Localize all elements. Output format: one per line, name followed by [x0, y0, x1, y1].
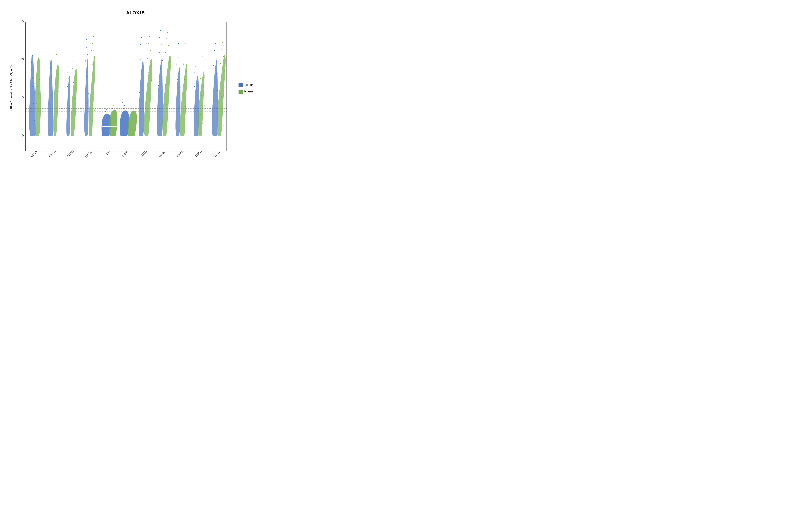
svg-point-193: [195, 72, 195, 73]
svg-point-90: [85, 84, 86, 85]
svg-point-64: [55, 118, 55, 119]
svg-point-207: [200, 114, 201, 115]
svg-point-47: [50, 54, 51, 55]
svg-point-154: [160, 68, 160, 69]
svg-point-38: [37, 72, 37, 73]
svg-point-183: [184, 50, 185, 51]
svg-point-70: [69, 95, 70, 96]
svg-point-231: [223, 125, 224, 126]
svg-point-165: [166, 67, 167, 68]
svg-point-224: [220, 63, 221, 64]
svg-point-139: [150, 50, 151, 51]
svg-point-84: [86, 39, 87, 40]
svg-point-137: [149, 36, 150, 37]
svg-point-39: [39, 79, 40, 80]
svg-point-204: [203, 86, 204, 87]
svg-point-45: [38, 124, 39, 124]
chart-area: 0 5 10 15 BLCA BRCA COAD: [15, 17, 234, 159]
svg-point-167: [165, 84, 166, 85]
svg-point-203: [200, 78, 201, 79]
legend-item-tumor: Tumor: [239, 83, 262, 87]
svg-point-58: [54, 67, 55, 67]
svg-point-63: [57, 108, 57, 109]
svg-point-127: [140, 44, 141, 45]
svg-point-34: [34, 82, 35, 83]
svg-point-175: [176, 64, 177, 65]
svg-point-23: [32, 55, 33, 56]
chart-container: ALOX15 mRNA Expression (RNASeq V2, log2): [8, 7, 262, 162]
normal-color-box: [239, 90, 243, 94]
svg-point-71: [67, 105, 67, 106]
chart-body: mRNA Expression (RNASeq V2, log2): [8, 17, 262, 159]
svg-point-145: [150, 98, 150, 99]
svg-point-72: [70, 113, 70, 114]
svg-point-27: [33, 86, 34, 87]
svg-point-227: [224, 87, 225, 88]
legend-tumor-label: Tumor: [244, 83, 253, 87]
svg-point-59: [57, 74, 58, 75]
svg-point-68: [68, 78, 69, 79]
svg-point-164: [169, 60, 170, 61]
svg-point-114: [113, 105, 114, 106]
svg-point-49: [50, 67, 51, 68]
svg-point-202: [203, 71, 204, 72]
svg-point-95: [93, 36, 94, 37]
svg-point-188: [187, 88, 188, 88]
svg-point-60: [55, 82, 56, 83]
svg-point-97: [91, 50, 92, 51]
svg-point-178: [180, 88, 181, 88]
legend-normal-label: Normal: [244, 90, 254, 93]
svg-point-133: [139, 92, 140, 93]
svg-point-123: [132, 108, 133, 109]
svg-point-215: [214, 81, 215, 82]
svg-point-182: [185, 43, 186, 44]
svg-point-184: [186, 57, 187, 58]
svg-point-143: [151, 80, 152, 81]
svg-point-99: [92, 64, 93, 65]
svg-point-213: [213, 65, 214, 66]
svg-point-217: [213, 100, 214, 101]
svg-point-173: [177, 50, 177, 51]
svg-point-157: [161, 95, 162, 95]
svg-point-206: [204, 105, 205, 106]
svg-point-229: [224, 106, 224, 107]
svg-point-156: [158, 85, 159, 86]
svg-point-190: [185, 106, 186, 107]
svg-point-168: [168, 94, 169, 95]
svg-point-192: [195, 66, 196, 67]
svg-point-24: [31, 62, 32, 63]
main-svg: 0 5 10 15 BLCA BRCA COAD: [15, 17, 234, 159]
svg-point-225: [224, 70, 225, 71]
svg-point-212: [216, 58, 216, 59]
svg-point-78: [73, 82, 74, 83]
svg-point-176: [179, 71, 180, 72]
svg-point-62: [56, 100, 56, 101]
svg-point-67: [67, 72, 68, 72]
svg-point-134: [142, 102, 143, 102]
svg-point-142: [149, 72, 149, 73]
svg-point-216: [217, 91, 218, 91]
svg-point-128: [142, 52, 143, 53]
svg-point-74: [74, 54, 75, 55]
svg-point-101: [93, 79, 93, 80]
y-axis-label: mRNA Expression (RNASeq V2, log2): [8, 17, 15, 159]
svg-point-155: [162, 77, 163, 77]
svg-point-205: [201, 95, 202, 96]
svg-point-177: [177, 79, 178, 80]
svg-point-144: [147, 89, 148, 90]
svg-point-61: [58, 91, 58, 92]
svg-point-53: [49, 105, 50, 106]
svg-point-51: [49, 84, 49, 85]
svg-point-162: [168, 45, 169, 46]
svg-point-170: [168, 113, 168, 114]
svg-point-44: [38, 117, 38, 117]
legend-item-normal: Normal: [239, 90, 262, 94]
svg-point-93: [86, 113, 86, 114]
svg-point-85: [86, 47, 87, 48]
svg-point-187: [184, 79, 185, 80]
svg-point-151: [161, 45, 162, 45]
svg-point-100: [95, 71, 95, 72]
svg-point-88: [87, 67, 88, 68]
svg-point-210: [215, 43, 216, 44]
svg-point-152: [159, 52, 160, 53]
